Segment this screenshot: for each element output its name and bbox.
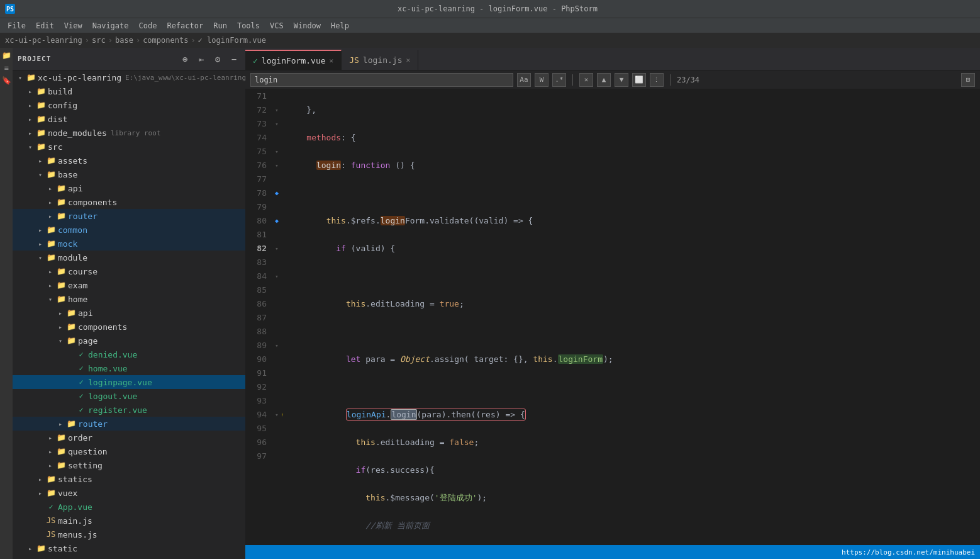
line-numbers: 71 72 73 74 75 76 77 78 79 80 81 82 83 8… bbox=[245, 89, 272, 545]
tree-static[interactable]: ▸ 📁 static bbox=[13, 541, 245, 555]
code-line-71: }, bbox=[287, 103, 975, 117]
menu-code[interactable]: Code bbox=[134, 20, 162, 31]
tree-home-components[interactable]: ▸ 📁 components bbox=[13, 320, 245, 334]
status-url: https://blog.csdn.net/minihuabei bbox=[842, 548, 975, 556]
title-bar: PS xc-ui-pc-leanring - loginForm.vue - P… bbox=[0, 0, 980, 18]
search-word-btn[interactable]: W bbox=[535, 73, 548, 87]
tree-base-api[interactable]: ▸ 📁 api bbox=[13, 181, 245, 195]
tree-setting[interactable]: ▸ 📁 setting bbox=[13, 458, 245, 472]
tree-module[interactable]: ▾ 📁 module bbox=[13, 251, 245, 264]
tree-statics[interactable]: ▸ 📁 statics bbox=[13, 472, 245, 486]
menu-bar: File Edit View Navigate Code Refactor Ru… bbox=[0, 18, 980, 33]
tree-node-modules[interactable]: ▸ 📁 node_modules library root bbox=[13, 126, 245, 140]
code-content[interactable]: }, methods: { login: function () { this.… bbox=[282, 89, 980, 545]
tree-build[interactable]: ▸ 📁 build bbox=[13, 84, 245, 98]
menu-tools[interactable]: Tools bbox=[232, 20, 265, 31]
close-tab-loginform[interactable]: ✕ bbox=[330, 57, 334, 65]
status-right: https://blog.csdn.net/minihuabei bbox=[842, 548, 975, 556]
tree-home[interactable]: ▾ 📁 home bbox=[13, 292, 245, 306]
menu-file[interactable]: File bbox=[3, 20, 31, 31]
code-line-76: if (valid) { bbox=[287, 242, 975, 256]
bookmark-icon[interactable]: 🔖 bbox=[1, 76, 11, 86]
tree-home-router[interactable]: ▸ 📁 router bbox=[13, 417, 245, 431]
settings-icon[interactable]: ⚙ bbox=[211, 53, 224, 65]
bulb-icon[interactable]: 💡 bbox=[282, 410, 284, 424]
tree-base[interactable]: ▾ 📁 base bbox=[13, 167, 245, 181]
tree-config[interactable]: ▸ 📁 config bbox=[13, 98, 245, 112]
minimize-icon[interactable]: − bbox=[228, 53, 240, 65]
search-case-btn[interactable]: Aa bbox=[517, 73, 531, 87]
activity-bar: 📁 ≡ 🔖 bbox=[0, 48, 13, 559]
search-bar: Aa W .* ✕ ▲ ▼ ⬜ ⋮ 23/34 ⊡ bbox=[245, 71, 980, 89]
tab-login-js[interactable]: JS login.js ✕ bbox=[342, 50, 418, 70]
menu-window[interactable]: Window bbox=[289, 20, 326, 31]
search-select-all-btn[interactable]: ⬜ bbox=[632, 73, 646, 87]
tree-course[interactable]: ▸ 📁 course bbox=[13, 264, 245, 278]
tree-loginpage-vue[interactable]: ▸ ✓ loginpage.vue bbox=[13, 375, 245, 389]
tree-register-vue[interactable]: ▸ ✓ register.vue bbox=[13, 403, 245, 417]
search-prev-btn[interactable]: ▲ bbox=[597, 73, 611, 87]
code-line-79 bbox=[287, 325, 975, 339]
sidebar-title: Project bbox=[18, 55, 179, 63]
code-line-75: this.$refs.loginForm.validate((valid) =>… bbox=[287, 214, 975, 228]
tree-logout-vue[interactable]: ▸ ✓ logout.vue bbox=[13, 389, 245, 403]
code-line-73: login: function () { bbox=[287, 159, 975, 172]
structure-icon[interactable]: ≡ bbox=[1, 63, 11, 73]
code-line-85: this.$message('登陆成功'); bbox=[287, 491, 975, 505]
menu-refactor[interactable]: Refactor bbox=[162, 20, 208, 31]
menu-vcs[interactable]: VCS bbox=[265, 20, 289, 31]
code-line-83: this.editLoading = false; bbox=[287, 436, 975, 449]
tree-vuex[interactable]: ▸ 📁 vuex bbox=[13, 486, 245, 500]
menu-navigate[interactable]: Navigate bbox=[87, 20, 134, 31]
search-filter-btn[interactable]: ⊡ bbox=[961, 73, 975, 87]
tree-base-components[interactable]: ▸ 📁 components bbox=[13, 195, 245, 209]
tree-root[interactable]: ▾ 📁 xc-ui-pc-leanring E:\java_www\xc-ui-… bbox=[13, 71, 245, 84]
tree-test[interactable]: ▸ 📁 test bbox=[13, 555, 245, 559]
breadcrumb-part[interactable]: base bbox=[115, 36, 133, 45]
search-close-btn[interactable]: ✕ bbox=[579, 73, 593, 87]
breadcrumb: xc-ui-pc-leanring › src › base › compone… bbox=[0, 33, 980, 48]
tree-denied-vue[interactable]: ▸ ✓ denied.vue bbox=[13, 347, 245, 361]
tree-mock[interactable]: ▸ 📁 mock bbox=[13, 237, 245, 251]
tab-loginform-vue[interactable]: ✓ loginForm.vue ✕ bbox=[245, 50, 342, 70]
breadcrumb-part[interactable]: components bbox=[143, 36, 188, 45]
editor-area: ✓ loginForm.vue ✕ JS login.js ✕ Aa W .* … bbox=[245, 48, 980, 559]
code-editor[interactable]: 71 72 73 74 75 76 77 78 79 80 81 82 83 8… bbox=[245, 89, 980, 545]
tree-question[interactable]: ▸ 📁 question bbox=[13, 444, 245, 458]
search-regex-btn[interactable]: .* bbox=[552, 73, 566, 87]
code-line-82: loginApi.login(para).then((res) => {💡 bbox=[287, 408, 975, 422]
menu-run[interactable]: Run bbox=[208, 20, 232, 31]
tree-dist[interactable]: ▸ 📁 dist bbox=[13, 112, 245, 126]
menu-edit[interactable]: Edit bbox=[31, 20, 59, 31]
search-options-btn[interactable]: ⋮ bbox=[650, 73, 664, 87]
breadcrumb-part[interactable]: ✓ loginForm.vue bbox=[198, 36, 266, 45]
sidebar: Project ⊕ ⇤ ⚙ − ▾ 📁 xc-ui-pc-leanring E:… bbox=[13, 48, 245, 559]
menu-help[interactable]: Help bbox=[326, 20, 354, 31]
breadcrumb-part[interactable]: xc-ui-pc-leanring bbox=[5, 36, 82, 45]
code-line-84: if(res.success){ bbox=[287, 463, 975, 477]
new-file-icon[interactable]: ⊕ bbox=[179, 53, 191, 65]
search-input[interactable] bbox=[250, 73, 513, 87]
code-line-86: //刷新 当前页面 bbox=[287, 519, 975, 533]
collapse-icon[interactable]: ⇤ bbox=[195, 53, 208, 65]
code-line-72: methods: { bbox=[287, 131, 975, 145]
tree-main-js[interactable]: ▸ JS main.js bbox=[13, 514, 245, 528]
code-line-74 bbox=[287, 186, 975, 200]
breadcrumb-part[interactable]: src bbox=[92, 36, 106, 45]
tree-exam[interactable]: ▸ 📁 exam bbox=[13, 278, 245, 292]
tree-home-page[interactable]: ▾ 📁 page bbox=[13, 334, 245, 347]
tree-common[interactable]: ▸ 📁 common bbox=[13, 223, 245, 237]
tree-menus-js[interactable]: ▸ JS menus.js bbox=[13, 528, 245, 541]
tree-base-router[interactable]: ▸ 📁 router bbox=[13, 209, 245, 223]
tree-assets[interactable]: ▸ 📁 assets bbox=[13, 154, 245, 167]
search-count: 23/34 bbox=[677, 76, 699, 84]
project-icon[interactable]: 📁 bbox=[1, 50, 11, 60]
tree-home-api[interactable]: ▸ 📁 api bbox=[13, 306, 245, 320]
search-next-btn[interactable]: ▼ bbox=[615, 73, 628, 87]
tree-order[interactable]: ▸ 📁 order bbox=[13, 431, 245, 444]
menu-view[interactable]: View bbox=[59, 20, 87, 31]
close-tab-login-js[interactable]: ✕ bbox=[406, 56, 410, 64]
tree-src[interactable]: ▾ 📁 src bbox=[13, 140, 245, 154]
tree-app-vue[interactable]: ▸ ✓ App.vue bbox=[13, 500, 245, 514]
tree-home-vue[interactable]: ▸ ✓ home.vue bbox=[13, 361, 245, 375]
